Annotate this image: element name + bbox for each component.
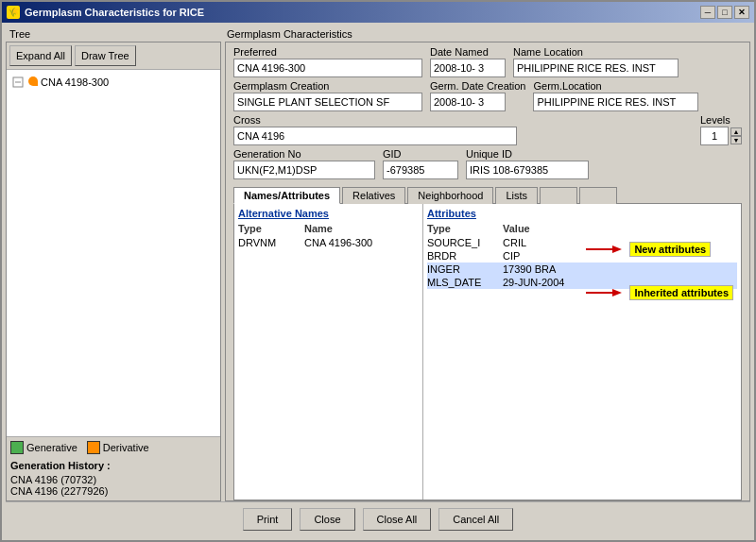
minimize-button[interactable]: ─ xyxy=(700,6,715,19)
footer: Print Close Close All Cancel All xyxy=(6,501,750,536)
title-bar-buttons: ─ □ ✕ xyxy=(700,6,749,19)
gid-input[interactable] xyxy=(383,161,458,179)
gid-label: GID xyxy=(383,148,458,160)
attr-val-header: Value xyxy=(503,223,737,234)
tree-item[interactable]: CNA 4198-300 xyxy=(10,74,216,91)
levels-spinner: ▲ ▼ xyxy=(730,127,742,144)
right-panel: Preferred Date Named Name Location xyxy=(225,42,750,501)
generative-icon xyxy=(10,441,24,454)
name-location-input[interactable] xyxy=(513,59,679,77)
cancel-all-button[interactable]: Cancel All xyxy=(438,508,513,531)
attr-type-1: BRDR xyxy=(427,250,503,262)
cross-input[interactable] xyxy=(233,127,517,145)
alt-type-0: DRVNM xyxy=(238,237,304,248)
tabs: Names/Attributes Relatives Neighborhood … xyxy=(233,186,742,204)
tree-area: CNA 4198-300 xyxy=(7,70,220,436)
draw-tree-button[interactable]: Draw Tree xyxy=(75,45,136,66)
name-location-group: Name Location xyxy=(513,46,679,77)
form-row-3: Cross Levels ▲ ▼ xyxy=(233,114,742,145)
new-attrs-badge: New attributes xyxy=(629,242,711,257)
uid-group: Unique ID xyxy=(466,148,589,179)
alt-names-col-header: Type Name xyxy=(238,223,419,234)
levels-input-row: ▲ ▼ xyxy=(700,127,742,145)
preferred-group: Preferred xyxy=(233,46,422,77)
alt-name-header: Name xyxy=(304,223,419,234)
annotations: New attributes Inherited attributes xyxy=(586,242,733,300)
tab-content: Alternative Names Type Name DRVNM CNA 41… xyxy=(233,204,742,500)
content-area: Tree Germplasm Characteristics Expand Al… xyxy=(2,23,754,540)
svg-marker-3 xyxy=(612,246,622,253)
tab-empty-1[interactable] xyxy=(540,187,577,204)
germ-date-input[interactable] xyxy=(430,93,506,111)
gen-entry-1: CNA 4196 (2277926) xyxy=(10,485,216,497)
derivative-item: Derivative xyxy=(87,441,149,454)
inherited-attrs-annot: Inherited attributes xyxy=(586,285,733,300)
tab-neighborhood[interactable]: Neighborhood xyxy=(407,187,493,204)
alt-type-header: Type xyxy=(238,223,304,234)
spin-down-button[interactable]: ▼ xyxy=(730,136,742,144)
header-labels: Tree Germplasm Characteristics xyxy=(6,26,750,42)
tab-names-attributes[interactable]: Names/Attributes xyxy=(233,187,340,204)
levels-group: Levels ▲ ▼ xyxy=(700,114,742,145)
germplasm-header-label: Germplasm Characteristics xyxy=(227,28,747,40)
print-button[interactable]: Print xyxy=(243,508,293,531)
date-named-label: Date Named xyxy=(430,46,506,58)
alt-names-section: Alternative Names Type Name DRVNM CNA 41… xyxy=(234,204,423,500)
close-button[interactable]: Close xyxy=(300,508,354,531)
preferred-label: Preferred xyxy=(233,46,422,58)
inherited-attrs-badge: Inherited attributes xyxy=(629,285,733,300)
derivative-label: Derivative xyxy=(103,442,149,453)
germ-location-group: Germ.Location xyxy=(533,80,698,111)
form-row-1: Preferred Date Named Name Location xyxy=(233,46,742,77)
alt-names-title: Alternative Names xyxy=(238,208,419,219)
generation-area: Generative Derivative Generation History… xyxy=(7,436,220,500)
gen-history-label: Generation History : xyxy=(10,460,216,471)
tree-expand-icon xyxy=(10,75,26,90)
alt-names-row-0: DRVNM CNA 4196-300 xyxy=(238,236,419,249)
cross-label: Cross xyxy=(233,114,693,126)
maximize-button[interactable]: □ xyxy=(717,6,732,19)
germ-location-input[interactable] xyxy=(533,93,698,111)
levels-label: Levels xyxy=(700,114,742,126)
leaf-icon xyxy=(28,76,38,88)
inherited-attrs-arrow-icon xyxy=(586,286,624,299)
form-section: Preferred Date Named Name Location xyxy=(226,42,749,186)
alt-name-0: CNA 4196-300 xyxy=(304,237,419,248)
form-row-4: Generation No GID Unique ID xyxy=(233,148,742,179)
germ-date-group: Germ. Date Creation xyxy=(430,80,525,111)
app-icon: 🌾 xyxy=(7,6,20,19)
attrs-title: Attributes xyxy=(427,208,737,219)
name-location-label: Name Location xyxy=(513,46,679,58)
generative-label: Generative xyxy=(26,442,77,453)
gen-no-input[interactable] xyxy=(233,161,375,179)
main-window: 🌾 Germplasm Characteristics for RICE ─ □… xyxy=(0,0,756,542)
gid-group: GID xyxy=(383,148,458,179)
levels-input[interactable] xyxy=(700,127,729,145)
attrs-section: Attributes Type Value SOURCE_I CRIL BRD xyxy=(423,204,741,500)
date-named-input[interactable] xyxy=(430,59,506,77)
close-button[interactable]: ✕ xyxy=(734,6,749,19)
spin-up-button[interactable]: ▲ xyxy=(730,127,742,136)
derivative-icon xyxy=(87,441,100,454)
date-named-group: Date Named xyxy=(430,46,506,77)
close-all-button[interactable]: Close All xyxy=(363,508,432,531)
uid-input[interactable] xyxy=(466,161,589,179)
germ-creation-input[interactable] xyxy=(233,93,422,111)
tab-lists[interactable]: Lists xyxy=(495,187,538,204)
generative-item: Generative xyxy=(10,441,77,454)
title-bar: 🌾 Germplasm Characteristics for RICE ─ □… xyxy=(2,2,754,23)
germ-creation-label: Germplasm Creation xyxy=(233,80,422,92)
attr-type-0: SOURCE_I xyxy=(427,237,503,248)
gen-no-group: Generation No xyxy=(233,148,375,179)
tabs-area: Names/Attributes Relatives Neighborhood … xyxy=(226,186,749,204)
tab-empty-2[interactable] xyxy=(579,187,617,204)
gen-entry-0: CNA 4196 (70732) xyxy=(10,474,216,485)
expand-all-button[interactable]: Expand All xyxy=(9,45,72,66)
preferred-input[interactable] xyxy=(233,59,422,77)
tab-relatives[interactable]: Relatives xyxy=(342,187,405,204)
gen-legend: Generative Derivative xyxy=(10,441,216,454)
attr-type-2: INGER xyxy=(427,263,503,275)
left-toolbar: Expand All Draw Tree xyxy=(7,42,220,70)
new-attrs-annot: New attributes xyxy=(586,242,733,257)
tree-header-label: Tree xyxy=(9,28,227,40)
